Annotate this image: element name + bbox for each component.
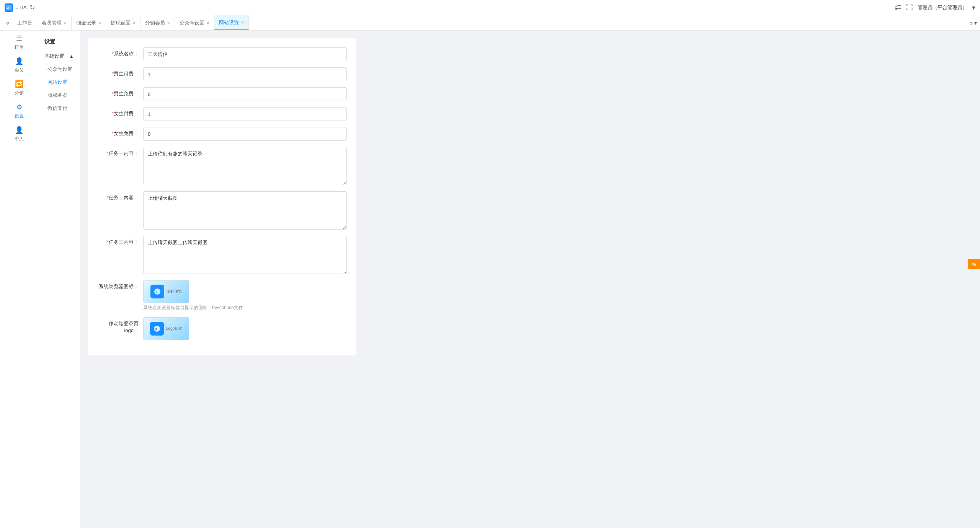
order-icon: ☰ <box>16 34 22 42</box>
sidebar-item-settings-label: 设置 <box>15 113 24 119</box>
tab-workbench[interactable]: 工作台 <box>13 15 37 30</box>
mobile-logo-shape: X <box>150 322 164 336</box>
required-star-system-name: * <box>112 51 114 57</box>
sub-sidebar-basic-label: 基础设置 <box>44 53 64 60</box>
form-label-system-name: *系统名称： <box>97 47 143 57</box>
sub-sidebar-item-wechat-settings[interactable]: 公众号设置 <box>38 63 80 76</box>
form-row-task2: *任务二内容： 上传聊天截图 <box>97 191 347 230</box>
required-star-female-free: * <box>112 130 114 136</box>
tab-commission-label: 佣金记录 <box>76 20 96 26</box>
form-row-male-free: *男生免费： <box>97 87 347 101</box>
sub-sidebar-section-basic: 基础设置 ▲ 公众号设置 网站设置 版权备案 微信支付 <box>38 48 80 116</box>
sidebar-item-order[interactable]: ☰ 订单 <box>0 31 38 54</box>
sidebar-item-distribute[interactable]: 🔁 分销 <box>0 77 38 99</box>
upload-mobile-logo-content: X Logo预览 <box>150 322 182 336</box>
upload-browser-icon-inner: X 图标预览 <box>144 280 189 303</box>
tab-commission[interactable]: 佣金记录 × <box>72 15 106 30</box>
tab-member-mgmt-close[interactable]: × <box>64 20 67 26</box>
textarea-task2[interactable]: 上传聊天截图 <box>143 191 347 230</box>
form-label-female-pay: *女生付费： <box>97 107 143 117</box>
fullscreen-icon[interactable]: ⛶ <box>906 3 913 11</box>
tab-distribute[interactable]: 分销会员 × <box>140 15 175 30</box>
upload-mobile-logo-container: X Logo预览 <box>143 317 189 340</box>
form-label-male-free: *男生免费： <box>97 87 143 97</box>
input-male-free[interactable] <box>143 87 347 101</box>
form-label-task1: *任务一内容： <box>97 147 143 157</box>
tab-wechat-settings-close[interactable]: × <box>207 20 209 26</box>
form-row-mobile-logo: 移动端登录页logo： X Logo预览 <box>97 317 347 340</box>
sub-sidebar-title-text: 设置 <box>44 38 55 45</box>
tab-expand-icon: ▾ <box>974 20 977 26</box>
tab-commission-close[interactable]: × <box>98 20 101 26</box>
required-star-task3: * <box>107 239 109 245</box>
topbar-left: A = iTA ↻ <box>5 3 35 12</box>
form-label-mobile-logo: 移动端登录页logo： <box>97 317 143 334</box>
content-area: *系统名称： *男生付费： *男生免费： *女 <box>80 31 980 528</box>
required-star-female-pay: * <box>112 111 114 116</box>
sidebar-item-settings[interactable]: ⚙ 设置 <box>0 99 38 122</box>
form-row-task3: *任务三内容： 上传聊天截图上传聊天截图 <box>97 236 347 274</box>
sidebar-item-member[interactable]: 👤 会员 <box>0 54 38 77</box>
user-dropdown-icon[interactable]: ▾ <box>972 3 975 12</box>
sub-sidebar-item-website-settings[interactable]: 网站设置 <box>38 76 80 89</box>
tab-distribute-label: 分销会员 <box>145 20 165 26</box>
distribute-icon: 🔁 <box>15 80 23 88</box>
input-system-name[interactable] <box>143 47 347 61</box>
tab-withdraw[interactable]: 提现设置 × <box>106 15 140 30</box>
input-female-pay[interactable] <box>143 107 347 121</box>
form-row-female-free: *女生免费： <box>97 127 347 141</box>
browser-icon-filename: 图标预览 <box>167 289 182 294</box>
refresh-button[interactable]: ↻ <box>30 4 35 11</box>
upload-mobile-logo-preview[interactable]: X Logo预览 <box>143 317 189 340</box>
sub-sidebar-item-copyright[interactable]: 版权备案 <box>38 89 80 102</box>
svg-text:X: X <box>155 328 157 331</box>
upload-browser-icon-preview[interactable]: X 图标预览 <box>143 280 189 303</box>
form-row-system-name: *系统名称： <box>97 47 347 61</box>
form-container: *系统名称： *男生付费： *男生免费： *女 <box>88 38 356 355</box>
topbar: A = iTA ↻ 🏷 ⛶ 管理员（平台管理员） ▾ <box>0 0 980 15</box>
form-row-browser-icon: 系统浏览器图标： X 图标预览 系统在浏览器标签页显示的图标，favi <box>97 280 347 311</box>
svg-text:X: X <box>155 290 158 294</box>
topbar-right: 🏷 ⛶ 管理员（平台管理员） ▾ <box>895 3 975 12</box>
tabbar: « 工作台 会员管理 × 佣金记录 × 提现设置 × 分销会员 × 公众号设置 … <box>0 15 980 31</box>
form-label-male-pay: *男生付费： <box>97 67 143 77</box>
form-label-task3: *任务三内容： <box>97 236 143 246</box>
input-female-free[interactable] <box>143 127 347 141</box>
sub-sidebar-item-wechat-pay[interactable]: 微信支付 <box>38 102 80 115</box>
tab-wechat-settings-label: 公众号设置 <box>180 20 204 26</box>
tab-website-settings-close[interactable]: × <box>241 20 244 25</box>
tab-member-mgmt-label: 会员管理 <box>42 20 62 26</box>
required-star-male-free: * <box>112 91 114 96</box>
personal-icon: 👤 <box>15 126 23 134</box>
right-float-button[interactable]: 🛍 <box>968 259 980 269</box>
tab-distribute-close[interactable]: × <box>167 20 170 26</box>
sub-sidebar-section-basic-title[interactable]: 基础设置 ▲ <box>38 50 80 63</box>
label-icon[interactable]: 🏷 <box>895 3 902 11</box>
user-menu[interactable]: 管理员（平台管理员） <box>918 4 967 11</box>
required-star-male-pay: * <box>112 71 114 77</box>
main-layout: ☰ 订单 👤 会员 🔁 分销 ⚙ 设置 👤 个人 设置 基础设置 ▲ <box>0 31 980 528</box>
tab-member-mgmt[interactable]: 会员管理 × <box>37 15 72 30</box>
input-male-pay[interactable] <box>143 67 347 81</box>
primary-sidebar: ☰ 订单 👤 会员 🔁 分销 ⚙ 设置 👤 个人 <box>0 31 38 528</box>
tab-wechat-settings[interactable]: 公众号设置 × <box>175 15 214 30</box>
logo-text: = iTA <box>15 5 27 10</box>
svg-text:A: A <box>7 6 10 10</box>
tab-website-settings[interactable]: 网站设置 × <box>214 15 249 30</box>
form-row-male-pay: *男生付费： <box>97 67 347 81</box>
tab-website-settings-label: 网站设置 <box>219 19 239 26</box>
tab-withdraw-close[interactable]: × <box>133 20 136 26</box>
required-star-task2: * <box>107 195 109 200</box>
textarea-task3[interactable]: 上传聊天截图上传聊天截图 <box>143 236 347 274</box>
tab-collapse-button[interactable]: « <box>3 20 13 26</box>
sidebar-item-distribute-label: 分销 <box>15 90 24 96</box>
logo-icon: A <box>5 3 13 12</box>
member-icon: 👤 <box>15 57 23 65</box>
textarea-task1[interactable]: 上传你们有趣的聊天记录 <box>143 147 347 185</box>
upload-mobile-logo-inner: X Logo预览 <box>144 318 189 340</box>
sub-sidebar-title: 设置 <box>38 34 80 48</box>
required-star-task1: * <box>107 150 109 156</box>
tab-more-button[interactable]: » ▾ <box>970 20 977 26</box>
sidebar-item-personal[interactable]: 👤 个人 <box>0 122 38 145</box>
upload-browser-icon-container: X 图标预览 系统在浏览器标签页显示的图标，favicon.ico文件 <box>143 280 243 311</box>
